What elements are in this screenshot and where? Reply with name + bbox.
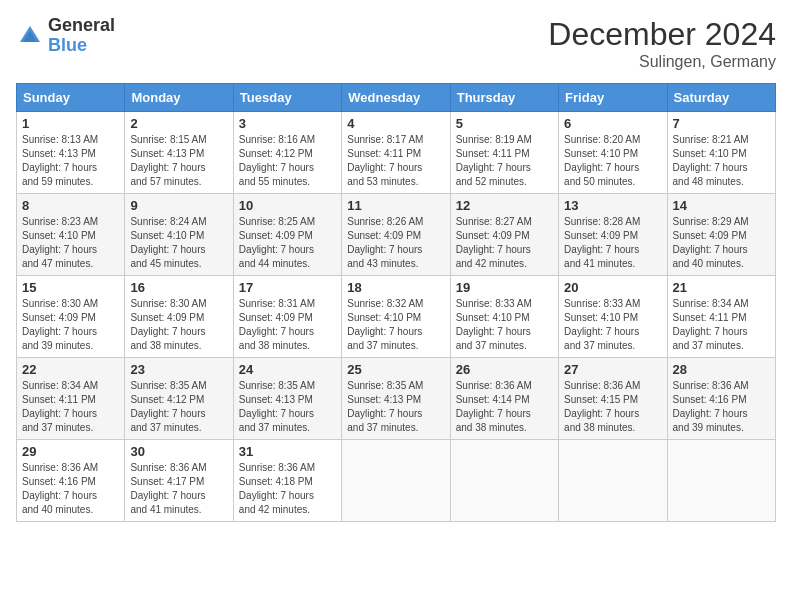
calendar-cell: 25 Sunrise: 8:35 AM Sunset: 4:13 PM Dayl… [342, 358, 450, 440]
day-number: 10 [239, 198, 336, 213]
cell-content: Sunrise: 8:33 AM Sunset: 4:10 PM Dayligh… [564, 297, 661, 353]
day-number: 21 [673, 280, 770, 295]
day-number: 16 [130, 280, 227, 295]
cell-content: Sunrise: 8:23 AM Sunset: 4:10 PM Dayligh… [22, 215, 119, 271]
calendar-cell [450, 440, 558, 522]
calendar-cell [342, 440, 450, 522]
day-number: 14 [673, 198, 770, 213]
day-number: 4 [347, 116, 444, 131]
cell-content: Sunrise: 8:36 AM Sunset: 4:16 PM Dayligh… [22, 461, 119, 517]
cell-content: Sunrise: 8:36 AM Sunset: 4:15 PM Dayligh… [564, 379, 661, 435]
calendar-cell: 11 Sunrise: 8:26 AM Sunset: 4:09 PM Dayl… [342, 194, 450, 276]
day-number: 7 [673, 116, 770, 131]
calendar-cell [559, 440, 667, 522]
cell-content: Sunrise: 8:28 AM Sunset: 4:09 PM Dayligh… [564, 215, 661, 271]
cell-content: Sunrise: 8:15 AM Sunset: 4:13 PM Dayligh… [130, 133, 227, 189]
calendar-cell: 3 Sunrise: 8:16 AM Sunset: 4:12 PM Dayli… [233, 112, 341, 194]
location-title: Sulingen, Germany [548, 53, 776, 71]
calendar-cell: 16 Sunrise: 8:30 AM Sunset: 4:09 PM Dayl… [125, 276, 233, 358]
calendar-cell: 23 Sunrise: 8:35 AM Sunset: 4:12 PM Dayl… [125, 358, 233, 440]
header-cell-sunday: Sunday [17, 84, 125, 112]
cell-content: Sunrise: 8:21 AM Sunset: 4:10 PM Dayligh… [673, 133, 770, 189]
cell-content: Sunrise: 8:17 AM Sunset: 4:11 PM Dayligh… [347, 133, 444, 189]
calendar-cell: 7 Sunrise: 8:21 AM Sunset: 4:10 PM Dayli… [667, 112, 775, 194]
day-number: 31 [239, 444, 336, 459]
header-cell-friday: Friday [559, 84, 667, 112]
cell-content: Sunrise: 8:36 AM Sunset: 4:14 PM Dayligh… [456, 379, 553, 435]
cell-content: Sunrise: 8:29 AM Sunset: 4:09 PM Dayligh… [673, 215, 770, 271]
day-number: 8 [22, 198, 119, 213]
cell-content: Sunrise: 8:36 AM Sunset: 4:17 PM Dayligh… [130, 461, 227, 517]
day-number: 1 [22, 116, 119, 131]
day-number: 28 [673, 362, 770, 377]
logo-text-general: General [48, 15, 115, 35]
week-row: 29 Sunrise: 8:36 AM Sunset: 4:16 PM Dayl… [17, 440, 776, 522]
day-number: 9 [130, 198, 227, 213]
calendar-cell: 28 Sunrise: 8:36 AM Sunset: 4:16 PM Dayl… [667, 358, 775, 440]
day-number: 25 [347, 362, 444, 377]
calendar-cell: 10 Sunrise: 8:25 AM Sunset: 4:09 PM Dayl… [233, 194, 341, 276]
day-number: 2 [130, 116, 227, 131]
cell-content: Sunrise: 8:26 AM Sunset: 4:09 PM Dayligh… [347, 215, 444, 271]
day-number: 12 [456, 198, 553, 213]
calendar-cell: 9 Sunrise: 8:24 AM Sunset: 4:10 PM Dayli… [125, 194, 233, 276]
calendar-table: SundayMondayTuesdayWednesdayThursdayFrid… [16, 83, 776, 522]
header-cell-saturday: Saturday [667, 84, 775, 112]
calendar-cell: 1 Sunrise: 8:13 AM Sunset: 4:13 PM Dayli… [17, 112, 125, 194]
day-number: 19 [456, 280, 553, 295]
logo-text-blue: Blue [48, 35, 87, 55]
calendar-cell: 2 Sunrise: 8:15 AM Sunset: 4:13 PM Dayli… [125, 112, 233, 194]
day-number: 29 [22, 444, 119, 459]
day-number: 20 [564, 280, 661, 295]
calendar-cell: 30 Sunrise: 8:36 AM Sunset: 4:17 PM Dayl… [125, 440, 233, 522]
week-row: 8 Sunrise: 8:23 AM Sunset: 4:10 PM Dayli… [17, 194, 776, 276]
calendar-cell: 31 Sunrise: 8:36 AM Sunset: 4:18 PM Dayl… [233, 440, 341, 522]
logo-icon [16, 22, 44, 50]
calendar-cell: 6 Sunrise: 8:20 AM Sunset: 4:10 PM Dayli… [559, 112, 667, 194]
page-header: General Blue December 2024 Sulingen, Ger… [16, 16, 776, 71]
month-title: December 2024 [548, 16, 776, 53]
calendar-cell: 12 Sunrise: 8:27 AM Sunset: 4:09 PM Dayl… [450, 194, 558, 276]
week-row: 1 Sunrise: 8:13 AM Sunset: 4:13 PM Dayli… [17, 112, 776, 194]
calendar-cell: 5 Sunrise: 8:19 AM Sunset: 4:11 PM Dayli… [450, 112, 558, 194]
calendar-cell: 14 Sunrise: 8:29 AM Sunset: 4:09 PM Dayl… [667, 194, 775, 276]
cell-content: Sunrise: 8:30 AM Sunset: 4:09 PM Dayligh… [22, 297, 119, 353]
calendar-cell: 21 Sunrise: 8:34 AM Sunset: 4:11 PM Dayl… [667, 276, 775, 358]
cell-content: Sunrise: 8:35 AM Sunset: 4:12 PM Dayligh… [130, 379, 227, 435]
calendar-cell: 24 Sunrise: 8:35 AM Sunset: 4:13 PM Dayl… [233, 358, 341, 440]
day-number: 22 [22, 362, 119, 377]
calendar-cell: 18 Sunrise: 8:32 AM Sunset: 4:10 PM Dayl… [342, 276, 450, 358]
calendar-cell: 22 Sunrise: 8:34 AM Sunset: 4:11 PM Dayl… [17, 358, 125, 440]
header-cell-thursday: Thursday [450, 84, 558, 112]
header-cell-tuesday: Tuesday [233, 84, 341, 112]
calendar-cell: 19 Sunrise: 8:33 AM Sunset: 4:10 PM Dayl… [450, 276, 558, 358]
day-number: 13 [564, 198, 661, 213]
week-row: 15 Sunrise: 8:30 AM Sunset: 4:09 PM Dayl… [17, 276, 776, 358]
day-number: 27 [564, 362, 661, 377]
cell-content: Sunrise: 8:34 AM Sunset: 4:11 PM Dayligh… [22, 379, 119, 435]
day-number: 23 [130, 362, 227, 377]
day-number: 6 [564, 116, 661, 131]
day-number: 11 [347, 198, 444, 213]
calendar-cell: 13 Sunrise: 8:28 AM Sunset: 4:09 PM Dayl… [559, 194, 667, 276]
cell-content: Sunrise: 8:35 AM Sunset: 4:13 PM Dayligh… [347, 379, 444, 435]
cell-content: Sunrise: 8:27 AM Sunset: 4:09 PM Dayligh… [456, 215, 553, 271]
cell-content: Sunrise: 8:31 AM Sunset: 4:09 PM Dayligh… [239, 297, 336, 353]
header-row: SundayMondayTuesdayWednesdayThursdayFrid… [17, 84, 776, 112]
day-number: 26 [456, 362, 553, 377]
day-number: 17 [239, 280, 336, 295]
cell-content: Sunrise: 8:36 AM Sunset: 4:18 PM Dayligh… [239, 461, 336, 517]
header-cell-monday: Monday [125, 84, 233, 112]
cell-content: Sunrise: 8:34 AM Sunset: 4:11 PM Dayligh… [673, 297, 770, 353]
day-number: 24 [239, 362, 336, 377]
cell-content: Sunrise: 8:36 AM Sunset: 4:16 PM Dayligh… [673, 379, 770, 435]
day-number: 30 [130, 444, 227, 459]
cell-content: Sunrise: 8:20 AM Sunset: 4:10 PM Dayligh… [564, 133, 661, 189]
calendar-cell: 17 Sunrise: 8:31 AM Sunset: 4:09 PM Dayl… [233, 276, 341, 358]
cell-content: Sunrise: 8:16 AM Sunset: 4:12 PM Dayligh… [239, 133, 336, 189]
logo: General Blue [16, 16, 115, 56]
header-cell-wednesday: Wednesday [342, 84, 450, 112]
cell-content: Sunrise: 8:25 AM Sunset: 4:09 PM Dayligh… [239, 215, 336, 271]
calendar-cell: 8 Sunrise: 8:23 AM Sunset: 4:10 PM Dayli… [17, 194, 125, 276]
calendar-cell [667, 440, 775, 522]
